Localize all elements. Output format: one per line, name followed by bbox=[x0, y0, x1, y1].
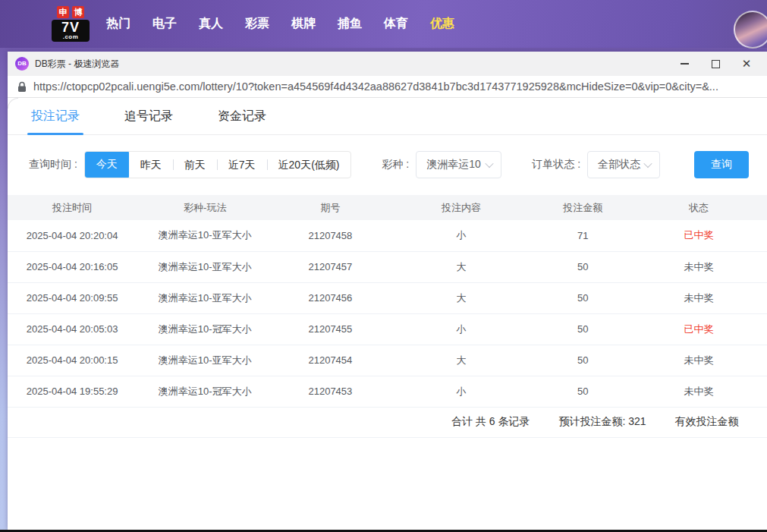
chevron-down-icon bbox=[643, 159, 652, 168]
nav-item-7[interactable]: 优惠 bbox=[430, 16, 454, 32]
bet-content: 大 bbox=[387, 251, 535, 282]
summary-valid-amount: 有效投注金额 bbox=[675, 415, 739, 429]
maximize-button[interactable] bbox=[710, 58, 721, 69]
user-avatar[interactable] bbox=[734, 11, 767, 49]
bet-status: 未中奖 bbox=[630, 376, 767, 407]
bet-status: 未中奖 bbox=[630, 282, 767, 313]
browser-window: DB DB彩票 - 极速浏览器 ✕ https://ctopcp02pcali.… bbox=[8, 52, 767, 530]
tab-chase-records[interactable]: 追号记录 bbox=[122, 98, 175, 134]
nav-item-4[interactable]: 棋牌 bbox=[291, 16, 316, 32]
logo-text: 7V bbox=[53, 20, 88, 34]
bet-amount: 50 bbox=[536, 251, 630, 282]
issue-number: 21207458 bbox=[273, 220, 387, 251]
tab-fund-records[interactable]: 资金记录 bbox=[215, 98, 269, 134]
query-time-label: 查询时间 : bbox=[29, 158, 77, 172]
lottery-play: 澳洲幸运10-亚军大小 bbox=[137, 345, 273, 376]
nav-item-5[interactable]: 捕鱼 bbox=[338, 16, 362, 32]
site-header: 申 博 7V .com 热门电子真人彩票棋牌捕鱼体育优惠 bbox=[0, 0, 767, 48]
order-status-label: 订单状态 : bbox=[532, 158, 580, 172]
minimize-icon bbox=[681, 63, 689, 65]
search-button[interactable]: 查询 bbox=[694, 151, 749, 178]
lottery-play: 澳洲幸运10-亚军大小 bbox=[137, 251, 273, 282]
issue-number: 21207456 bbox=[273, 282, 387, 313]
column-header: 状态 bbox=[630, 195, 767, 220]
nav-item-6[interactable]: 体育 bbox=[384, 16, 408, 32]
address-url[interactable]: https://ctopcp02pcali.uengi5e.com/lotter… bbox=[33, 80, 718, 93]
issue-number: 21207453 bbox=[273, 376, 387, 407]
bet-content: 小 bbox=[387, 313, 535, 345]
table-row: 2025-04-04 20:00:15澳洲幸运10-亚军大小21207454大5… bbox=[8, 345, 767, 376]
lottery-type-label: 彩种 : bbox=[382, 158, 409, 172]
tabs-bar: 投注记录 追号记录 资金记录 bbox=[8, 98, 767, 135]
time-option-day-before[interactable]: 前天 bbox=[173, 152, 217, 178]
summary-total-count: 合计 共 6 条记录 bbox=[451, 415, 530, 429]
minimize-button[interactable] bbox=[679, 58, 690, 69]
logo-badge-bo: 博 bbox=[72, 6, 84, 18]
column-header: 投注时间 bbox=[8, 195, 137, 220]
close-button[interactable]: ✕ bbox=[741, 58, 752, 69]
bet-content: 小 bbox=[387, 220, 535, 251]
bet-time: 2025-04-04 20:20:04 bbox=[8, 220, 137, 251]
time-option-today[interactable]: 今天 bbox=[85, 151, 129, 178]
tab-bet-records[interactable]: 投注记录 bbox=[29, 98, 82, 134]
bet-status: 未中奖 bbox=[630, 345, 767, 376]
bet-status: 已中奖 bbox=[630, 313, 767, 345]
column-header: 投注金额 bbox=[536, 195, 630, 220]
lottery-play: 澳洲幸运10-冠军大小 bbox=[137, 313, 273, 345]
summary-row: 合计 共 6 条记录 预计投注金额: 321 有效投注金额 bbox=[8, 408, 767, 438]
lottery-play: 澳洲幸运10-亚军大小 bbox=[137, 220, 273, 251]
bet-status: 未中奖 bbox=[630, 251, 767, 282]
browser-title-bar: DB DB彩票 - 极速浏览器 ✕ bbox=[8, 52, 767, 76]
bet-time: 2025-04-04 20:00:15 bbox=[8, 345, 137, 376]
time-option-yesterday[interactable]: 昨天 bbox=[129, 152, 173, 178]
page-content: 投注记录 追号记录 资金记录 查询时间 : 今天 昨天 前天 近7天 近20天(… bbox=[8, 98, 767, 530]
order-status-value: 全部状态 bbox=[598, 158, 640, 172]
column-header: 彩种-玩法 bbox=[137, 195, 273, 220]
lottery-play: 澳洲幸运10-亚军大小 bbox=[137, 282, 273, 313]
chevron-down-icon bbox=[486, 159, 494, 168]
bet-content: 大 bbox=[387, 282, 535, 313]
table-row: 2025-04-04 20:16:05澳洲幸运10-亚军大小21207457大5… bbox=[8, 251, 767, 282]
nav-item-1[interactable]: 电子 bbox=[152, 16, 177, 32]
bet-amount: 50 bbox=[536, 376, 630, 407]
bet-amount: 50 bbox=[536, 282, 630, 313]
order-status-select[interactable]: 全部状态 bbox=[587, 151, 660, 178]
lock-icon bbox=[17, 81, 27, 93]
logo-suffix: .com bbox=[53, 34, 88, 40]
bet-content: 小 bbox=[387, 376, 535, 407]
lottery-play: 澳洲幸运10-冠军大小 bbox=[137, 376, 273, 407]
window-title: DB彩票 - 极速浏览器 bbox=[35, 58, 119, 71]
bet-time: 2025-04-04 20:16:05 bbox=[8, 251, 137, 282]
column-header: 投注内容 bbox=[387, 195, 535, 220]
table-body: 2025-04-04 20:20:04澳洲幸运10-亚军大小21207458小7… bbox=[8, 220, 767, 407]
bet-time: 2025-04-04 20:09:55 bbox=[8, 282, 137, 313]
filter-bar: 查询时间 : 今天 昨天 前天 近7天 近20天(低频) 彩种 : 澳洲幸运10… bbox=[29, 151, 767, 178]
bet-amount: 71 bbox=[536, 220, 630, 251]
issue-number: 21207455 bbox=[273, 313, 387, 345]
nav-item-3[interactable]: 彩票 bbox=[245, 16, 269, 32]
bet-amount: 50 bbox=[536, 345, 630, 376]
bet-status: 已中奖 bbox=[630, 220, 767, 251]
nav-item-2[interactable]: 真人 bbox=[199, 16, 223, 32]
bet-content: 大 bbox=[387, 345, 535, 376]
lottery-type-select[interactable]: 澳洲幸运10 bbox=[416, 151, 501, 178]
url-bar[interactable]: https://ctopcp02pcali.uengi5e.com/lotter… bbox=[8, 76, 767, 98]
site-favicon-icon: DB bbox=[15, 57, 29, 71]
bet-time: 2025-04-04 20:05:03 bbox=[8, 313, 137, 345]
nav-item-0[interactable]: 热门 bbox=[106, 16, 130, 32]
time-option-7days[interactable]: 近7天 bbox=[217, 152, 267, 178]
table-header-row: 投注时间彩种-玩法期号投注内容投注金额状态 bbox=[8, 195, 767, 220]
bet-time: 2025-04-04 19:55:29 bbox=[8, 376, 137, 407]
table-row: 2025-04-04 20:05:03澳洲幸运10-冠军大小21207455小5… bbox=[8, 313, 767, 345]
site-logo[interactable]: 申 博 7V .com bbox=[52, 6, 90, 42]
summary-expected-amount: 预计投注金额: 321 bbox=[558, 415, 646, 429]
table-row: 2025-04-04 19:55:29澳洲幸运10-冠军大小21207453小5… bbox=[8, 376, 767, 407]
lottery-type-value: 澳洲幸运10 bbox=[426, 158, 481, 172]
logo-badge-shen: 申 bbox=[57, 6, 69, 18]
bet-amount: 50 bbox=[536, 313, 630, 345]
column-header: 期号 bbox=[273, 195, 387, 220]
bet-records-table: 投注时间彩种-玩法期号投注内容投注金额状态 2025-04-04 20:20:0… bbox=[8, 195, 767, 408]
time-option-20days[interactable]: 近20天(低频) bbox=[267, 152, 351, 178]
issue-number: 21207454 bbox=[273, 345, 387, 376]
table-row: 2025-04-04 20:09:55澳洲幸运10-亚军大小21207456大5… bbox=[8, 282, 767, 313]
